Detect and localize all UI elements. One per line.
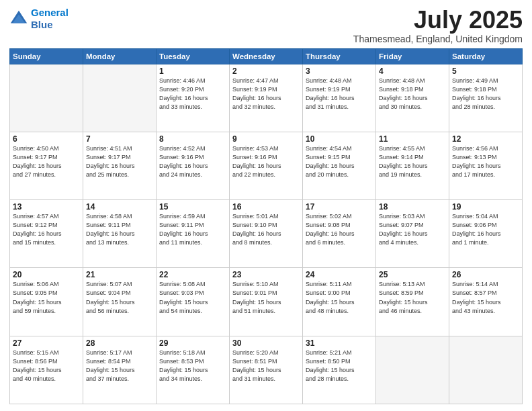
calendar-cell: 29Sunrise: 5:18 AM Sunset: 8:53 PM Dayli…	[157, 336, 230, 404]
day-number: 18	[379, 202, 446, 212]
day-number: 28	[86, 338, 153, 348]
calendar-cell: 24Sunrise: 5:11 AM Sunset: 9:00 PM Dayli…	[303, 268, 376, 336]
day-info: Sunrise: 5:17 AM Sunset: 8:54 PM Dayligh…	[86, 349, 153, 383]
day-info: Sunrise: 4:54 AM Sunset: 9:15 PM Dayligh…	[306, 144, 373, 179]
calendar-cell: 30Sunrise: 5:20 AM Sunset: 8:51 PM Dayli…	[230, 336, 303, 404]
calendar-cell: 10Sunrise: 4:54 AM Sunset: 9:15 PM Dayli…	[303, 132, 376, 199]
day-number: 10	[306, 134, 373, 144]
logo-general: General	[31, 7, 69, 18]
day-number: 2	[232, 66, 300, 76]
day-number: 26	[452, 270, 519, 279]
day-info: Sunrise: 5:07 AM Sunset: 9:04 PM Dayligh…	[86, 280, 153, 315]
calendar-week-1: 1Sunrise: 4:46 AM Sunset: 9:20 PM Daylig…	[10, 64, 523, 132]
calendar-cell: 6Sunrise: 4:50 AM Sunset: 9:17 PM Daylig…	[10, 132, 83, 199]
page: General Blue July 2025 Thamesmead, Engla…	[0, 0, 532, 411]
day-info: Sunrise: 5:11 AM Sunset: 9:00 PM Dayligh…	[306, 280, 373, 315]
calendar-header-row: SundayMondayTuesdayWednesdayThursdayFrid…	[10, 48, 523, 64]
calendar-cell: 25Sunrise: 5:13 AM Sunset: 8:59 PM Dayli…	[376, 268, 449, 336]
calendar-cell: 27Sunrise: 5:15 AM Sunset: 8:56 PM Dayli…	[10, 336, 83, 404]
day-info: Sunrise: 4:48 AM Sunset: 9:18 PM Dayligh…	[379, 77, 446, 111]
day-info: Sunrise: 4:51 AM Sunset: 9:17 PM Dayligh…	[86, 144, 153, 179]
day-info: Sunrise: 4:58 AM Sunset: 9:11 PM Dayligh…	[86, 212, 153, 247]
day-info: Sunrise: 5:18 AM Sunset: 8:53 PM Dayligh…	[159, 349, 226, 383]
day-number: 12	[452, 134, 519, 144]
calendar-cell	[449, 336, 523, 404]
calendar-cell: 1Sunrise: 4:46 AM Sunset: 9:20 PM Daylig…	[157, 64, 230, 132]
calendar-cell: 12Sunrise: 4:56 AM Sunset: 9:13 PM Dayli…	[449, 132, 523, 199]
day-number: 29	[159, 338, 226, 348]
day-info: Sunrise: 4:53 AM Sunset: 9:16 PM Dayligh…	[232, 144, 300, 179]
logo-text: General Blue	[31, 7, 69, 31]
day-number: 20	[13, 270, 80, 279]
day-info: Sunrise: 5:08 AM Sunset: 9:03 PM Dayligh…	[159, 280, 226, 315]
calendar-cell: 7Sunrise: 4:51 AM Sunset: 9:17 PM Daylig…	[83, 132, 157, 199]
calendar-cell: 14Sunrise: 4:58 AM Sunset: 9:11 PM Dayli…	[83, 200, 157, 268]
calendar-cell: 26Sunrise: 5:14 AM Sunset: 8:57 PM Dayli…	[449, 268, 523, 336]
logo-blue: Blue	[31, 19, 53, 30]
day-number: 13	[13, 202, 80, 212]
day-number: 16	[232, 202, 300, 212]
day-number: 19	[452, 202, 519, 212]
calendar-cell: 4Sunrise: 4:48 AM Sunset: 9:18 PM Daylig…	[376, 64, 449, 132]
month-title: July 2025	[353, 7, 523, 34]
calendar-cell: 16Sunrise: 5:01 AM Sunset: 9:10 PM Dayli…	[230, 200, 303, 268]
calendar-cell: 18Sunrise: 5:03 AM Sunset: 9:07 PM Dayli…	[376, 200, 449, 268]
calendar-cell: 23Sunrise: 5:10 AM Sunset: 9:01 PM Dayli…	[230, 268, 303, 336]
calendar-cell: 19Sunrise: 5:04 AM Sunset: 9:06 PM Dayli…	[449, 200, 523, 268]
calendar-header-sunday: Sunday	[10, 48, 83, 64]
day-number: 4	[379, 66, 446, 76]
day-number: 8	[159, 134, 226, 144]
day-info: Sunrise: 4:48 AM Sunset: 9:19 PM Dayligh…	[306, 77, 373, 111]
day-number: 1	[159, 66, 226, 76]
day-number: 30	[232, 338, 300, 348]
calendar-week-4: 20Sunrise: 5:06 AM Sunset: 9:05 PM Dayli…	[10, 268, 523, 336]
day-info: Sunrise: 5:04 AM Sunset: 9:06 PM Dayligh…	[452, 212, 519, 247]
day-info: Sunrise: 5:03 AM Sunset: 9:07 PM Dayligh…	[379, 212, 446, 247]
day-info: Sunrise: 4:46 AM Sunset: 9:20 PM Dayligh…	[159, 77, 226, 111]
calendar-header-friday: Friday	[376, 48, 449, 64]
calendar-cell: 28Sunrise: 5:17 AM Sunset: 8:54 PM Dayli…	[83, 336, 157, 404]
day-number: 25	[379, 270, 446, 279]
calendar-cell	[10, 64, 83, 132]
day-number: 5	[452, 66, 519, 76]
calendar-week-3: 13Sunrise: 4:57 AM Sunset: 9:12 PM Dayli…	[10, 200, 523, 268]
day-number: 9	[232, 134, 300, 144]
header: General Blue July 2025 Thamesmead, Engla…	[9, 7, 523, 44]
calendar-cell: 11Sunrise: 4:55 AM Sunset: 9:14 PM Dayli…	[376, 132, 449, 199]
day-info: Sunrise: 5:01 AM Sunset: 9:10 PM Dayligh…	[232, 212, 300, 247]
calendar-header-saturday: Saturday	[449, 48, 523, 64]
calendar-cell: 21Sunrise: 5:07 AM Sunset: 9:04 PM Dayli…	[83, 268, 157, 336]
calendar-header-thursday: Thursday	[303, 48, 376, 64]
calendar-week-5: 27Sunrise: 5:15 AM Sunset: 8:56 PM Dayli…	[10, 336, 523, 404]
day-info: Sunrise: 5:21 AM Sunset: 8:50 PM Dayligh…	[306, 349, 373, 383]
day-number: 11	[379, 134, 446, 144]
logo: General Blue	[9, 7, 69, 31]
day-info: Sunrise: 4:55 AM Sunset: 9:14 PM Dayligh…	[379, 144, 446, 179]
day-number: 17	[306, 202, 373, 212]
calendar-cell	[83, 64, 157, 132]
calendar-week-2: 6Sunrise: 4:50 AM Sunset: 9:17 PM Daylig…	[10, 132, 523, 199]
calendar-cell: 8Sunrise: 4:52 AM Sunset: 9:16 PM Daylig…	[157, 132, 230, 199]
calendar-table: SundayMondayTuesdayWednesdayThursdayFrid…	[9, 48, 523, 404]
day-info: Sunrise: 4:50 AM Sunset: 9:17 PM Dayligh…	[13, 144, 80, 179]
day-number: 21	[86, 270, 153, 279]
day-info: Sunrise: 5:14 AM Sunset: 8:57 PM Dayligh…	[452, 280, 519, 315]
day-number: 14	[86, 202, 153, 212]
day-info: Sunrise: 5:06 AM Sunset: 9:05 PM Dayligh…	[13, 280, 80, 315]
day-number: 7	[86, 134, 153, 144]
calendar-cell	[376, 336, 449, 404]
logo-icon	[9, 9, 28, 28]
calendar-cell: 20Sunrise: 5:06 AM Sunset: 9:05 PM Dayli…	[10, 268, 83, 336]
day-number: 3	[306, 66, 373, 76]
day-info: Sunrise: 5:15 AM Sunset: 8:56 PM Dayligh…	[13, 349, 80, 383]
calendar-cell: 9Sunrise: 4:53 AM Sunset: 9:16 PM Daylig…	[230, 132, 303, 199]
day-info: Sunrise: 4:56 AM Sunset: 9:13 PM Dayligh…	[452, 144, 519, 179]
day-number: 27	[13, 338, 80, 348]
day-info: Sunrise: 4:49 AM Sunset: 9:18 PM Dayligh…	[452, 77, 519, 111]
calendar-header-tuesday: Tuesday	[157, 48, 230, 64]
calendar-cell: 17Sunrise: 5:02 AM Sunset: 9:08 PM Dayli…	[303, 200, 376, 268]
day-info: Sunrise: 4:59 AM Sunset: 9:11 PM Dayligh…	[159, 212, 226, 247]
calendar-cell: 3Sunrise: 4:48 AM Sunset: 9:19 PM Daylig…	[303, 64, 376, 132]
day-info: Sunrise: 5:13 AM Sunset: 8:59 PM Dayligh…	[379, 280, 446, 315]
day-number: 6	[13, 134, 80, 144]
